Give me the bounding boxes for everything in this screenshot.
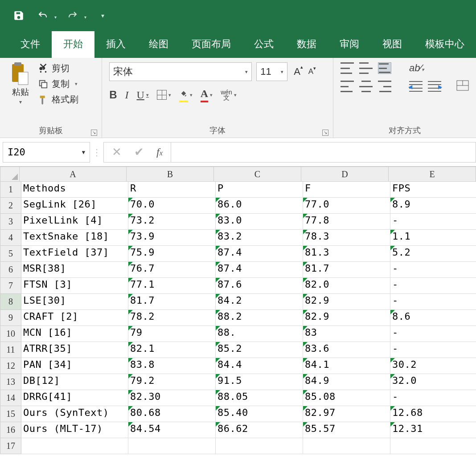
- row-header-4[interactable]: 4: [0, 230, 21, 246]
- cell-A15[interactable]: Ours (SynText): [21, 406, 128, 422]
- insert-function-button[interactable]: fx: [156, 146, 163, 158]
- redo-button[interactable]: [65, 8, 81, 24]
- cell-C4[interactable]: 83.2: [216, 230, 303, 246]
- customize-qat-button[interactable]: ▾: [94, 8, 111, 24]
- italic-button[interactable]: I: [125, 89, 129, 101]
- cell-D9[interactable]: 82.9: [303, 310, 390, 326]
- cell-C11[interactable]: 85.2: [216, 342, 303, 358]
- decrease-indent-button[interactable]: ◀: [409, 81, 423, 92]
- increase-font-button[interactable]: A▴: [292, 66, 302, 77]
- row-header-17[interactable]: 17: [0, 438, 21, 454]
- align-center-button[interactable]: [359, 81, 373, 92]
- cell-C13[interactable]: 91.5: [216, 374, 303, 390]
- cell-B12[interactable]: 83.8: [128, 358, 216, 374]
- tab-视图[interactable]: 视图: [371, 31, 414, 58]
- cell-C10[interactable]: 88.: [216, 326, 303, 342]
- column-header-E[interactable]: E: [389, 167, 476, 182]
- cell-A16[interactable]: Ours (MLT-17): [21, 422, 128, 438]
- cell-A7[interactable]: FTSN [3]: [21, 278, 128, 294]
- orientation-button[interactable]: ab⁄▾: [409, 62, 424, 74]
- chevron-down-icon[interactable]: ▾: [75, 81, 78, 87]
- row-header-8[interactable]: 8: [0, 294, 21, 310]
- cell-D2[interactable]: 77.0: [303, 198, 390, 214]
- cell-B11[interactable]: 82.1: [128, 342, 216, 358]
- cell-C16[interactable]: 86.62: [216, 422, 303, 438]
- cell-D17[interactable]: [303, 438, 390, 454]
- undo-button[interactable]: [35, 8, 51, 24]
- underline-button[interactable]: U▾: [137, 89, 149, 101]
- select-all-corner[interactable]: [0, 167, 20, 182]
- cell-C6[interactable]: 87.4: [216, 262, 303, 278]
- cell-B3[interactable]: 73.2: [128, 214, 216, 230]
- cell-D11[interactable]: 83.6: [303, 342, 390, 358]
- cell-A11[interactable]: ATRR[35]: [21, 342, 128, 358]
- cell-E8[interactable]: -: [390, 294, 476, 310]
- cell-A17[interactable]: [21, 438, 128, 454]
- cell-E11[interactable]: -: [390, 342, 476, 358]
- row-header-6[interactable]: 6: [0, 262, 21, 278]
- row-header-5[interactable]: 5: [0, 246, 21, 262]
- borders-button[interactable]: ▾: [157, 90, 171, 100]
- cell-A14[interactable]: DRRG[41]: [21, 390, 128, 406]
- cell-D3[interactable]: 77.8: [303, 214, 390, 230]
- font-color-button[interactable]: A▾: [201, 88, 213, 102]
- row-header-16[interactable]: 16: [0, 422, 21, 438]
- cell-D5[interactable]: 81.3: [303, 246, 390, 262]
- font-size-combo[interactable]: 11 ▾: [256, 62, 287, 81]
- cancel-formula-button[interactable]: ✕: [112, 145, 122, 159]
- column-header-C[interactable]: C: [214, 167, 301, 182]
- cell-E12[interactable]: 30.2: [390, 358, 476, 374]
- tab-审阅[interactable]: 审阅: [328, 31, 371, 58]
- cell-E9[interactable]: 8.6: [390, 310, 476, 326]
- paste-button[interactable]: 粘贴 ▾: [4, 61, 37, 123]
- tab-开始[interactable]: 开始: [52, 31, 94, 58]
- cell-B7[interactable]: 77.1: [128, 278, 216, 294]
- cell-A2[interactable]: SegLink [26]: [21, 198, 128, 214]
- chevron-down-icon[interactable]: ▾: [19, 99, 22, 105]
- align-top-button[interactable]: [341, 62, 354, 74]
- row-header-13[interactable]: 13: [0, 374, 21, 390]
- merge-cells-button[interactable]: [456, 80, 469, 93]
- cut-button[interactable]: 剪切: [37, 61, 80, 75]
- cell-D7[interactable]: 82.0: [303, 278, 390, 294]
- enter-formula-button[interactable]: ✔: [134, 145, 144, 159]
- cell-B6[interactable]: 76.7: [128, 262, 216, 278]
- copy-button[interactable]: 复制 ▾: [37, 77, 80, 91]
- row-header-14[interactable]: 14: [0, 390, 21, 406]
- dialog-launcher-icon[interactable]: ↘: [322, 130, 328, 136]
- cell-B13[interactable]: 79.2: [128, 374, 216, 390]
- cell-E1[interactable]: FPS: [390, 182, 476, 198]
- increase-indent-button[interactable]: ▶: [428, 81, 441, 92]
- cell-C15[interactable]: 85.40: [216, 406, 303, 422]
- cell-E5[interactable]: 5.2: [390, 246, 476, 262]
- bold-button[interactable]: B: [109, 89, 117, 101]
- cell-E3[interactable]: -: [390, 214, 476, 230]
- cell-E15[interactable]: 12.68: [390, 406, 476, 422]
- fill-color-button[interactable]: ▾: [179, 87, 193, 102]
- align-right-button[interactable]: [378, 81, 391, 92]
- cell-B8[interactable]: 81.7: [128, 294, 216, 310]
- cell-A1[interactable]: Methods: [21, 182, 128, 198]
- cell-C14[interactable]: 88.05: [216, 390, 303, 406]
- cell-E14[interactable]: -: [390, 390, 476, 406]
- cell-E17[interactable]: [390, 438, 476, 454]
- cell-C3[interactable]: 83.0: [216, 214, 303, 230]
- align-left-button[interactable]: [341, 81, 354, 92]
- cell-A3[interactable]: PixelLink [4]: [21, 214, 128, 230]
- row-header-3[interactable]: 3: [0, 214, 21, 230]
- row-header-2[interactable]: 2: [0, 198, 21, 214]
- cell-D10[interactable]: 83: [303, 326, 390, 342]
- column-header-D[interactable]: D: [301, 167, 389, 182]
- cell-D16[interactable]: 85.57: [303, 422, 390, 438]
- align-middle-button[interactable]: [359, 62, 373, 74]
- cell-B15[interactable]: 80.68: [128, 406, 216, 422]
- undo-caret-icon[interactable]: ▾: [54, 12, 57, 20]
- cell-C9[interactable]: 88.2: [216, 310, 303, 326]
- row-header-11[interactable]: 11: [0, 342, 21, 358]
- cell-B2[interactable]: 70.0: [128, 198, 216, 214]
- cell-C2[interactable]: 86.0: [216, 198, 303, 214]
- cell-D6[interactable]: 81.7: [303, 262, 390, 278]
- cell-B9[interactable]: 78.2: [128, 310, 216, 326]
- cell-E6[interactable]: -: [390, 262, 476, 278]
- dialog-launcher-icon[interactable]: ↘: [91, 130, 97, 136]
